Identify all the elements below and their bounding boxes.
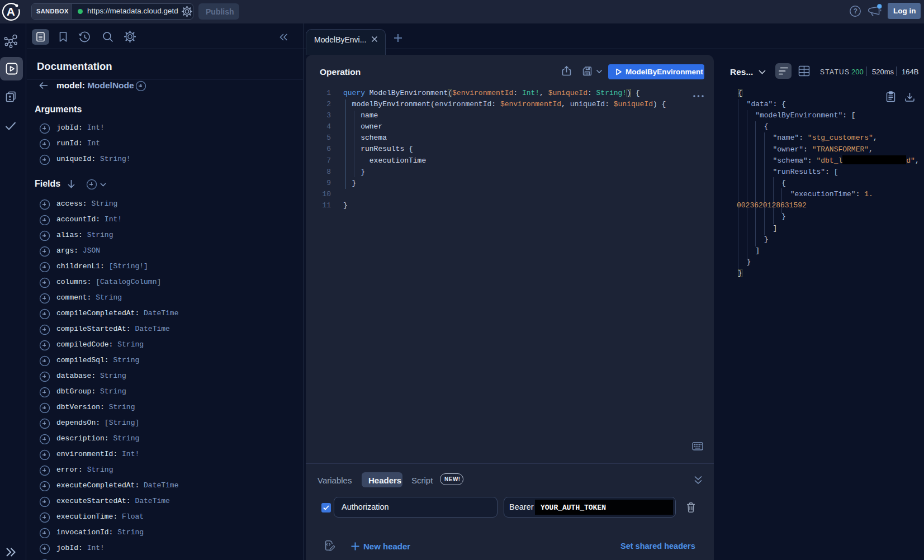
svg-text:A: A xyxy=(7,5,15,18)
